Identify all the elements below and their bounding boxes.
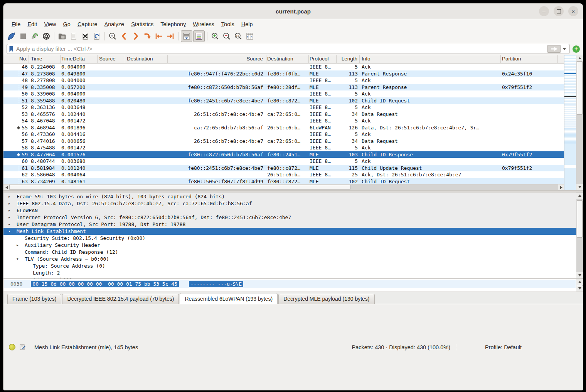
packet-row[interactable]: 478.2738080.049800fe80::947f:f476:22bc:c… bbox=[3, 70, 564, 77]
expander-closed-icon[interactable]: ▸ bbox=[16, 242, 25, 249]
packet-row[interactable]: 638.7342090.148161fe80::505e:f807:7f81:4… bbox=[3, 178, 564, 184]
menu-go[interactable]: Go bbox=[60, 20, 74, 28]
packet-list-hscrollbar[interactable] bbox=[3, 184, 564, 190]
stop-capture-button[interactable] bbox=[18, 31, 29, 42]
open-file-button[interactable] bbox=[57, 31, 67, 42]
expander-open-icon[interactable]: ▾ bbox=[16, 256, 25, 263]
packet-row[interactable]: 518.3594880.020480fe80::2451:c6b7:e8ce:4… bbox=[3, 97, 564, 104]
column-header-src1[interactable]: Source bbox=[98, 55, 125, 63]
column-header-part[interactable]: Partition bbox=[501, 55, 558, 63]
byte-view-tab[interactable]: Decrypted IEEE 802.15.4 payload (70 byte… bbox=[62, 294, 179, 304]
menu-tools[interactable]: Tools bbox=[218, 20, 238, 28]
minimize-button[interactable]: – bbox=[539, 6, 549, 16]
colorize-toggle[interactable] bbox=[193, 30, 205, 42]
detail-row[interactable]: ▸Frame 59: 103 bytes on wire (824 bits),… bbox=[3, 193, 576, 200]
reload-file-button[interactable] bbox=[91, 31, 102, 42]
expander-open-icon[interactable]: ▾ bbox=[8, 228, 17, 235]
column-header-info[interactable]: Info bbox=[360, 55, 501, 63]
detail-row[interactable]: Command: Child ID Response (12) bbox=[3, 249, 576, 256]
packet-minimap[interactable] bbox=[564, 55, 576, 190]
goto-packet-button[interactable] bbox=[142, 31, 153, 42]
scroll-up-button[interactable] bbox=[576, 193, 583, 199]
packet-row[interactable]: 588.4754880.001472IEEE 8…5Ack bbox=[3, 144, 564, 151]
detail-row[interactable]: ▸Auxiliary Security Header bbox=[3, 242, 576, 249]
zoom-in-button[interactable] bbox=[210, 31, 221, 42]
bytes-vscrollbar[interactable] bbox=[576, 279, 583, 291]
menu-view[interactable]: View bbox=[40, 20, 59, 28]
expander-closed-icon[interactable]: ▸ bbox=[8, 193, 17, 200]
expander-closed-icon[interactable]: ▸ bbox=[8, 221, 17, 228]
detail-row[interactable]: ▾Mesh Link Establishment bbox=[3, 228, 576, 235]
column-header-dst1[interactable]: Destination bbox=[125, 55, 168, 63]
packet-row[interactable]: 598.4770640.001576fe80::c872:650d:b7b8:5… bbox=[3, 151, 564, 158]
byte-view-tab[interactable]: Reassembled 6LoWPAN (193 bytes) bbox=[180, 293, 278, 304]
scroll-up-button[interactable] bbox=[576, 55, 583, 61]
capture-comment-icon[interactable] bbox=[19, 344, 26, 350]
packet-row[interactable]: 548.4670480.001472IEEE 8…5Ack bbox=[3, 117, 564, 124]
status-profile[interactable]: Profile: Default bbox=[462, 344, 578, 350]
add-filter-button[interactable]: + bbox=[573, 45, 580, 53]
scroll-left-button[interactable] bbox=[3, 184, 9, 190]
menu-capture[interactable]: Capture bbox=[74, 20, 101, 28]
column-header-src2[interactable]: Source bbox=[168, 55, 266, 63]
packet-row[interactable]: 608.4807440.003680IEEE 8…5Ack bbox=[3, 158, 564, 165]
detail-row[interactable]: Length: 2 bbox=[3, 270, 576, 276]
vscroll-thumb[interactable] bbox=[577, 200, 583, 238]
apply-filter-button[interactable] bbox=[547, 45, 561, 53]
packet-row[interactable]: 628.5860480.00406426:51:c6:b…IEEE 8…25Ac… bbox=[3, 171, 564, 178]
menu-telephony[interactable]: Telephony bbox=[157, 20, 189, 28]
expander-closed-icon[interactable]: ▸ bbox=[8, 207, 17, 214]
detail-row[interactable]: Type: Source Address (0) bbox=[3, 263, 576, 270]
packet-list-vscrollbar[interactable] bbox=[576, 55, 583, 190]
hex-row[interactable]: 0030 00 15 0d 00 00 00 00 00 00 00 01 75… bbox=[4, 280, 576, 288]
packet-row[interactable]: 538.4655760.10244026:51:c6:b7:e8:ce:4b:e… bbox=[3, 111, 564, 118]
column-header-delta[interactable]: TimeDelta bbox=[61, 55, 98, 63]
zoom-normal-button[interactable]: 1:1 bbox=[233, 31, 244, 42]
close-file-button[interactable] bbox=[80, 31, 91, 42]
detail-row[interactable]: ▸IEEE 802.15.4 Data, Dst: 26:51:c6:b7:e8… bbox=[3, 200, 576, 207]
column-header-proto[interactable]: Protocol bbox=[309, 55, 337, 63]
start-capture-button[interactable] bbox=[6, 31, 17, 42]
column-header-time[interactable]: Time bbox=[29, 55, 61, 63]
save-file-button[interactable] bbox=[68, 31, 79, 42]
first-packet-button[interactable] bbox=[153, 31, 164, 42]
column-header-dst2[interactable]: Destination bbox=[266, 55, 309, 63]
resize-columns-button[interactable] bbox=[244, 31, 255, 42]
packet-row[interactable]: 558.4689440.001896ca:72:65:0d:b7:b8:56:a… bbox=[3, 124, 564, 131]
last-packet-button[interactable] bbox=[165, 31, 176, 42]
packet-row[interactable]: 498.3350080.057200fe80::c872:650d:b7b8:5… bbox=[3, 84, 564, 91]
packet-row[interactable]: 528.3631360.003648IEEE 8…5Ack bbox=[3, 104, 564, 111]
scroll-down-button[interactable] bbox=[576, 184, 583, 190]
column-header-len[interactable]: Length bbox=[337, 55, 360, 63]
filter-dropdown-caret[interactable] bbox=[562, 48, 566, 50]
detail-row[interactable]: ▸6LoWPAN bbox=[3, 207, 576, 214]
packet-row[interactable]: 578.4740160.00065626:51:c6:b7:e8:ce:4b:e… bbox=[3, 138, 564, 145]
menu-file[interactable]: File bbox=[8, 20, 24, 28]
next-packet-button[interactable] bbox=[130, 31, 141, 42]
capture-options-button[interactable] bbox=[41, 31, 52, 42]
expander-closed-icon[interactable]: ▸ bbox=[8, 200, 17, 207]
packet-row[interactable]: 618.5819840.101240fe80::2451:c6b7:e8ce:4… bbox=[3, 165, 564, 172]
previous-packet-button[interactable] bbox=[119, 31, 130, 42]
restart-capture-button[interactable] bbox=[29, 31, 40, 42]
expander-closed-icon[interactable]: ▸ bbox=[8, 214, 17, 221]
packet-row[interactable]: 488.2778080.004000IEEE 8…5Ack bbox=[3, 77, 564, 84]
auto-scroll-toggle[interactable] bbox=[181, 30, 192, 42]
detail-row[interactable]: ▸Internet Protocol Version 6, Src: fe80:… bbox=[3, 214, 576, 221]
vscroll-thumb[interactable] bbox=[577, 285, 583, 286]
maximize-button[interactable] bbox=[554, 6, 564, 16]
vscroll-thumb[interactable] bbox=[577, 61, 583, 115]
menu-wireless[interactable]: Wireless bbox=[189, 20, 218, 28]
scroll-right-button[interactable] bbox=[558, 184, 564, 190]
byte-view-tab[interactable]: Decrypted MLE payload (130 bytes) bbox=[278, 294, 374, 304]
scroll-down-button[interactable] bbox=[576, 272, 583, 278]
find-packet-button[interactable]: A bbox=[107, 31, 118, 42]
byte-view-tab[interactable]: Frame (103 bytes) bbox=[7, 294, 61, 304]
menu-edit[interactable]: Edit bbox=[24, 20, 40, 28]
details-vscrollbar[interactable] bbox=[576, 193, 583, 278]
column-header-no[interactable]: No. bbox=[3, 55, 29, 63]
menu-statistics[interactable]: Statistics bbox=[128, 20, 157, 28]
packet-row[interactable]: 568.4733600.004416IEEE 8…5Ack bbox=[3, 131, 564, 138]
scroll-down-button[interactable] bbox=[576, 285, 583, 291]
scroll-up-button[interactable] bbox=[576, 279, 583, 285]
